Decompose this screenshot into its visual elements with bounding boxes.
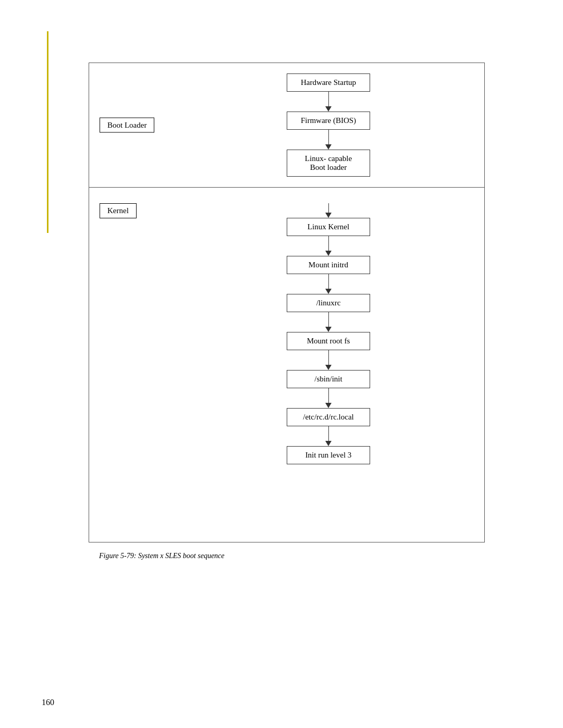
flow-item-mount-initrd: Mount initrd (287, 256, 370, 274)
arrow-8 (325, 426, 332, 446)
flow-item-linux-bootloader: Linux- capable Boot loader (287, 150, 370, 177)
linux-kernel-box: Linux Kernel (287, 218, 370, 236)
diagram-outer-border: Boot Loader Hardware Startup Firmware (B… (89, 63, 485, 542)
hardware-startup-box: Hardware Startup (287, 73, 370, 92)
left-yellow-border (47, 31, 48, 233)
flow-item-linux-kernel: Linux Kernel (287, 218, 370, 236)
init-run-level-box: Init run level 3 (287, 446, 370, 464)
arrow-top-to-kernel (325, 203, 332, 218)
linux-bootloader-line2: Boot loader (310, 163, 347, 171)
flow-item-init-run-level: Init run level 3 (287, 446, 370, 464)
arrow-1 (325, 92, 332, 112)
flow-item-mount-root: Mount root fs (287, 332, 370, 350)
linux-bootloader-line1: Linux- capable (305, 154, 352, 163)
boot-loader-label: Boot Loader (100, 118, 154, 133)
arrow-2 (325, 130, 332, 150)
mount-root-box: Mount root fs (287, 332, 370, 350)
sbin-init-box: /sbin/init (287, 370, 370, 388)
kernel-label: Kernel (100, 203, 137, 218)
page: Boot Loader Hardware Startup Firmware (B… (0, 0, 563, 728)
etc-rc-local-box: /etc/rc.d/rc.local (287, 408, 370, 426)
flow-item-sbin-init: /sbin/init (287, 370, 370, 388)
flow-item-firmware: Firmware (BIOS) (287, 112, 370, 130)
linuxrc-box: /linuxrc (287, 294, 370, 312)
flow-item-etc-rc-local: /etc/rc.d/rc.local (287, 408, 370, 426)
arrow-7 (325, 388, 332, 408)
arrow-5 (325, 312, 332, 332)
flow-item-linuxrc: /linuxrc (287, 294, 370, 312)
arrow-4 (325, 274, 332, 294)
mount-initrd-box: Mount initrd (287, 256, 370, 274)
arrow-6 (325, 350, 332, 370)
arrow-3 (325, 236, 332, 256)
page-number: 160 (42, 698, 54, 707)
kernel-section: Kernel Linux Kernel Mount in (89, 188, 484, 526)
figure-caption: Figure 5-79: System x SLES boot sequence (99, 552, 225, 560)
linux-bootloader-box: Linux- capable Boot loader (287, 150, 370, 177)
boot-loader-section: Boot Loader Hardware Startup Firmware (B… (89, 63, 484, 188)
firmware-bios-box: Firmware (BIOS) (287, 112, 370, 130)
flow-item-hardware-startup: Hardware Startup (287, 73, 370, 92)
